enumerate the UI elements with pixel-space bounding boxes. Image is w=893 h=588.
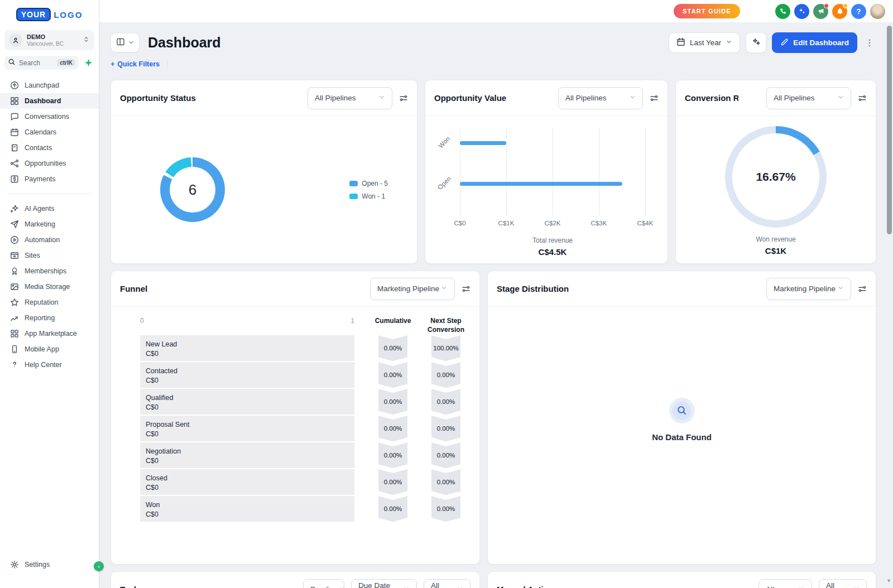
layout-icon [116,37,125,49]
bar-won [460,141,506,145]
sidebar-item-app-marketplace[interactable]: App Marketplace [0,326,99,341]
bar-category-label: Open [434,173,455,194]
megaphone-icon-button[interactable] [813,4,828,19]
card-funnel: Funnel Marketing Pipeline 0 1 [111,271,480,565]
quick-filters-link[interactable]: + Quick Filters [111,60,160,68]
widget-settings-icon[interactable] [399,94,408,103]
sidebar-item-media-storage[interactable]: Media Storage [0,279,99,295]
funnel-cumulative-cell: 0.00% [378,496,407,522]
bar-category-label: Won [434,132,455,153]
launchpad-icon [10,81,19,90]
actions-users-select[interactable]: All Users [819,579,867,588]
sidebar-item-launchpad[interactable]: Launchpad [0,78,99,93]
bell-icon-button[interactable] [832,4,847,19]
account-name: DEMO [27,33,78,40]
sidebar-item-sites[interactable]: Sites [0,248,99,263]
sidebar-item-reputation[interactable]: Reputation [0,295,99,310]
widget-settings-icon[interactable] [650,94,659,103]
funnel-next-step-cell: 100.00% [431,335,460,361]
start-guide-button[interactable]: START GUIDE [674,4,740,18]
sidebar-item-marketing[interactable]: Marketing [0,216,99,232]
opportunity-value-bar-chart: WonOpen C$0C$1KC$2KC$3KC$4K Total revenu… [425,116,668,257]
sidebar-item-ai-agents[interactable]: AI Agents [0,201,99,216]
card-opportunity-status: Opportunity Status All Pipelines 6 Open … [111,80,417,264]
sidebar-nav-bottom: AI AgentsMarketingAutomationSitesMembers… [0,201,99,373]
help-center-icon [10,360,19,369]
sidebar-item-help-center[interactable]: Help Center [0,357,99,373]
funnel-stage-row[interactable]: New LeadC$0 [140,335,354,361]
mobile-app-icon [10,345,19,354]
actions-type-select[interactable]: All [758,579,812,588]
chevron-down-icon [726,38,732,47]
sidebar-item-settings[interactable]: Settings [0,557,99,572]
sidebar-collapse-button[interactable]: ‹ [94,561,104,571]
sidebar-item-conversations[interactable]: Conversations [0,109,99,124]
ai-assist-button[interactable] [746,32,766,53]
sidebar-item-dashboard[interactable]: Dashboard [0,93,99,109]
plus-icon: + [111,60,114,68]
divider [167,60,168,69]
quick-filters-label: Quick Filters [117,60,160,68]
chevron-updown-icon [83,35,90,45]
legend-item: Open - 5 [349,180,388,187]
bar-open [460,182,622,186]
calendar-icon [676,37,685,48]
sidebar-item-payments[interactable]: Payments [0,171,99,187]
funnel-stage-row[interactable]: ContactedC$0 [140,362,354,388]
card-conversion-rate: Conversion Rate All Pipelines 16.67% [675,80,876,264]
funnel-stage-row[interactable]: WonC$0 [140,496,354,522]
payments-icon [10,175,19,184]
sidebar-item-opportunities[interactable]: Opportunities [0,156,99,171]
sidebar-item-calendars[interactable]: Calendars [0,124,99,140]
account-switcher[interactable]: DEMO Vancouver, BC [4,30,94,50]
tasks-sort-select[interactable]: Due Date (ASC) [351,579,417,588]
opportunities-icon [10,159,19,168]
tasks-status-select[interactable]: Pending [303,579,344,588]
pipeline-select[interactable]: All Pipelines [308,87,392,109]
funnel-next-step-cell: 0.00% [431,496,460,522]
donut-total: 6 [160,157,225,222]
sites-icon [10,251,19,260]
sidebar-item-automation[interactable]: Automation [0,232,99,248]
date-range-value: Last Year [690,38,721,47]
pipeline-select[interactable]: All Pipelines [558,87,643,109]
funnel-next-step-cell: 0.00% [431,469,460,495]
search-input[interactable]: Search ctrlK [4,56,79,70]
sparkles-icon-button[interactable] [794,4,809,19]
more-options-button[interactable]: ⋮ [863,32,876,53]
phone-icon-button[interactable] [775,4,790,19]
funnel-cumulative-cell: 0.00% [378,469,407,495]
funnel-axis-max: 1 [351,317,354,326]
dashboard-switcher-button[interactable] [111,33,140,52]
funnel-stage-row[interactable]: ClosedC$0 [140,469,354,495]
tasks-users-select[interactable]: All Users [424,579,470,588]
funnel-stage-row[interactable]: NegotiationC$0 [140,442,354,468]
sidebar-item-mobile-app[interactable]: Mobile App [0,341,99,357]
ai-spark-button[interactable] [82,57,94,69]
contacts-icon [10,143,19,152]
scrollbar-down-arrow[interactable]: ▼ [886,578,891,584]
search-shortcut-badge: ctrlK [57,59,75,66]
gauge-value: 16.67% [725,126,827,228]
sidebar-item-memberships[interactable]: Memberships [0,263,99,279]
page-content: Dashboard Last Year Edit Dashboard ⋮ [99,22,893,588]
date-range-select[interactable]: Last Year [669,32,740,53]
opportunity-status-donut-chart: 6 [160,157,225,222]
funnel-stage-row[interactable]: QualifiedC$0 [140,389,354,415]
widget-settings-icon[interactable] [858,94,867,103]
pipeline-select[interactable]: All Pipelines [766,87,851,109]
chart-footer-label: Total revenue [460,237,645,244]
sidebar-item-reporting[interactable]: Reporting [0,310,99,326]
pipeline-select[interactable]: Marketing Pipeline [370,278,455,300]
funnel-stage-row[interactable]: Proposal SentC$0 [140,416,354,441]
logo-badge: YOUR [16,8,51,21]
card-manual-actions: Manual Actions All All Users [487,571,876,588]
vertical-scrollbar[interactable] [887,26,892,234]
magnifier-icon [676,404,688,417]
search-placeholder: Search [19,59,54,67]
widget-settings-icon[interactable] [462,285,470,293]
sidebar-item-contacts[interactable]: Contacts [0,140,99,156]
help-icon-button[interactable]: ? [851,4,866,19]
avatar-button[interactable] [870,4,885,19]
edit-dashboard-button[interactable]: Edit Dashboard [772,32,857,53]
